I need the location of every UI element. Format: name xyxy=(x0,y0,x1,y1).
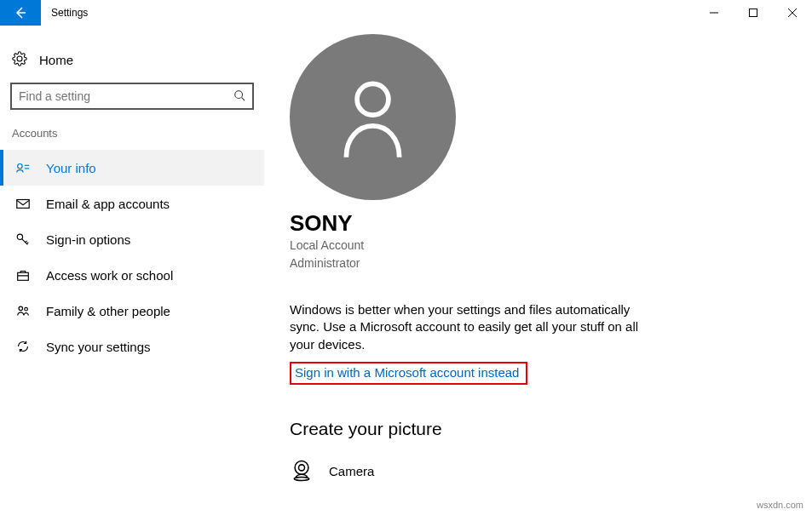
maximize-icon xyxy=(749,9,757,17)
svg-point-11 xyxy=(17,234,22,239)
search-icon xyxy=(233,89,245,104)
svg-point-15 xyxy=(357,83,389,115)
sidebar-item-your-info[interactable]: Your info xyxy=(0,150,264,186)
search-input[interactable] xyxy=(19,89,233,103)
close-icon xyxy=(788,9,797,17)
sidebar-item-label: Access work or school xyxy=(46,268,173,283)
camera-option[interactable]: Camera xyxy=(290,458,778,484)
camera-label: Camera xyxy=(329,464,374,478)
account-type: Local Account xyxy=(290,237,778,255)
person-card-icon xyxy=(15,160,31,175)
title-bar: Settings xyxy=(0,0,812,26)
svg-rect-2 xyxy=(750,9,757,17)
home-label: Home xyxy=(39,53,73,67)
sidebar-item-work[interactable]: Access work or school xyxy=(0,257,264,293)
sidebar-item-label: Your info xyxy=(46,161,96,175)
gear-icon xyxy=(12,51,27,69)
key-icon xyxy=(15,232,31,247)
watermark: wsxdn.com xyxy=(757,500,803,510)
sync-icon xyxy=(15,339,31,354)
window-title: Settings xyxy=(41,0,694,26)
sidebar-group-label: Accounts xyxy=(0,123,264,150)
minimize-icon xyxy=(710,9,718,17)
sync-message: Windows is better when your settings and… xyxy=(290,301,648,353)
sidebar-item-family[interactable]: Family & other people xyxy=(0,293,264,329)
minimize-button[interactable] xyxy=(694,0,734,26)
person-icon xyxy=(337,75,409,160)
people-icon xyxy=(15,303,31,318)
sidebar-item-sync[interactable]: Sync your settings xyxy=(0,329,264,364)
sign-in-microsoft-link[interactable]: Sign in with a Microsoft account instead xyxy=(290,362,527,385)
svg-point-18 xyxy=(294,477,309,480)
maximize-button[interactable] xyxy=(734,0,773,26)
svg-point-13 xyxy=(19,306,23,311)
user-name: SONY xyxy=(290,210,778,237)
home-nav[interactable]: Home xyxy=(0,43,264,77)
svg-point-7 xyxy=(18,164,22,169)
svg-point-5 xyxy=(235,90,243,98)
sidebar-item-label: Sync your settings xyxy=(46,340,151,354)
briefcase-icon xyxy=(15,267,31,283)
search-box[interactable] xyxy=(10,83,254,110)
svg-rect-10 xyxy=(17,200,29,209)
svg-point-17 xyxy=(299,465,305,471)
svg-line-6 xyxy=(242,97,245,100)
arrow-left-icon xyxy=(14,6,27,20)
camera-icon xyxy=(290,458,314,484)
sidebar-item-email[interactable]: Email & app accounts xyxy=(0,186,264,221)
content-area: Home Accounts Your info Email & app acco… xyxy=(0,26,812,515)
sidebar: Home Accounts Your info Email & app acco… xyxy=(0,26,264,515)
window-controls xyxy=(694,0,812,26)
sidebar-item-label: Family & other people xyxy=(46,304,170,318)
main-panel: SONY Local Account Administrator Windows… xyxy=(264,26,812,515)
back-button[interactable] xyxy=(0,0,41,26)
mail-icon xyxy=(15,196,31,211)
sidebar-item-signin[interactable]: Sign-in options xyxy=(0,221,264,257)
close-button[interactable] xyxy=(773,0,812,26)
svg-rect-12 xyxy=(18,272,29,280)
svg-point-16 xyxy=(295,461,308,474)
sidebar-item-label: Sign-in options xyxy=(46,232,130,247)
account-role: Administrator xyxy=(290,255,778,272)
user-avatar xyxy=(290,34,456,200)
sidebar-item-label: Email & app accounts xyxy=(46,197,170,211)
svg-point-14 xyxy=(25,307,28,311)
create-picture-heading: Create your picture xyxy=(290,419,778,439)
